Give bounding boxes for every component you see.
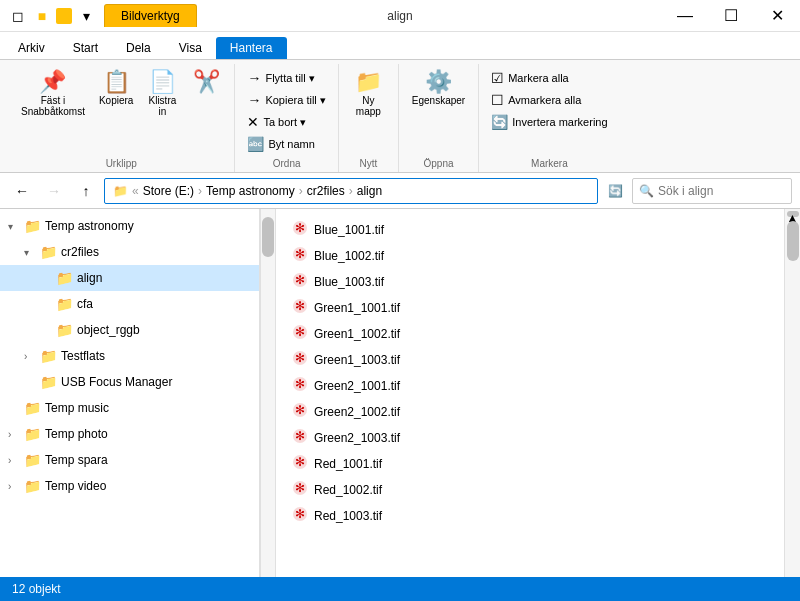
svg-text:✻: ✻ (295, 429, 305, 443)
back-button[interactable]: ← (8, 177, 36, 205)
file-item[interactable]: ✻Green1_1003.tif (284, 347, 776, 373)
file-item[interactable]: ✻Green2_1002.tif (284, 399, 776, 425)
ny-mapp-button[interactable]: 📁 Nymapp (348, 68, 388, 120)
file-item[interactable]: ✻Blue_1003.tif (284, 269, 776, 295)
invertera-button[interactable]: 🔄 Invertera markering (487, 112, 611, 132)
file-scrollbar[interactable]: ▲ ▼ (784, 209, 800, 601)
sidebar-item-temp-music[interactable]: 📁 Temp music (0, 395, 259, 421)
tab-arkiv[interactable]: Arkiv (4, 37, 59, 59)
refresh-button[interactable]: 🔄 (602, 178, 628, 204)
sidebar-item-cfa[interactable]: 📁 cfa (0, 291, 259, 317)
file-name: Red_1002.tif (314, 483, 382, 497)
dropdown-arrow[interactable]: ▾ (76, 6, 96, 26)
egenskaper-label: Egenskaper (412, 95, 465, 106)
scrollbar-thumb[interactable] (262, 217, 274, 257)
sidebar-item-temp-spara[interactable]: › 📁 Temp spara (0, 447, 259, 473)
path-store[interactable]: Store (E:) (143, 184, 194, 198)
addr-arrow-1: › (198, 184, 202, 198)
expander-icon: ▾ (8, 221, 24, 232)
avmarkera-alla-button[interactable]: ☐ Avmarkera alla (487, 90, 611, 110)
klistra-button[interactable]: 📄 Klistrain (142, 68, 182, 120)
address-path[interactable]: 📁 « Store (E:) › Temp astronomy › cr2fil… (104, 178, 598, 204)
tif-icon: ✻ (292, 402, 308, 422)
minimize-button[interactable]: — (662, 0, 708, 32)
scroll-up-arrow[interactable]: ▲ (787, 211, 799, 217)
deselect-all-icon: ☐ (491, 92, 504, 108)
tab-start[interactable]: Start (59, 37, 112, 59)
forward-button[interactable]: → (40, 177, 68, 205)
path-temp-astronomy[interactable]: Temp astronomy (206, 184, 295, 198)
title-bar: ◻ ■ ▾ Bildverktyg align — ☐ ✕ (0, 0, 800, 32)
path-align[interactable]: align (357, 184, 382, 198)
file-name: Green2_1001.tif (314, 379, 400, 393)
egenskaper-button[interactable]: ⚙️ Egenskaper (407, 68, 470, 109)
tab-visa[interactable]: Visa (165, 37, 216, 59)
ordna-buttons: → Flytta till ▾ → Kopiera till ▾ ✕ Ta bo… (243, 64, 329, 154)
byt-namn-button[interactable]: 🔤 Byt namn (243, 134, 329, 154)
svg-text:✻: ✻ (295, 325, 305, 339)
ordna-label: Ordna (273, 158, 301, 172)
item-label: Testflats (61, 349, 105, 363)
file-item[interactable]: ✻Red_1001.tif (284, 451, 776, 477)
file-item[interactable]: ✻Green1_1001.tif (284, 295, 776, 321)
markera-col: ☑ Markera alla ☐ Avmarkera alla 🔄 Invert… (487, 68, 611, 132)
ta-bort-button[interactable]: ✕ Ta bort ▾ (243, 112, 329, 132)
ribbon-group-ordna: → Flytta till ▾ → Kopiera till ▾ ✕ Ta bo… (235, 64, 338, 172)
sidebar-scrollbar[interactable] (260, 209, 276, 601)
bildverktyg-tab[interactable]: Bildverktyg (104, 4, 197, 27)
cut-button[interactable]: ✂️ (186, 68, 226, 96)
ribbon-tabs: Arkiv Start Dela Visa Hantera (0, 32, 800, 60)
addr-separator-1: « (132, 184, 139, 198)
file-item[interactable]: ✻Red_1003.tif (284, 503, 776, 529)
maximize-button[interactable]: ☐ (708, 0, 754, 32)
ta-bort-label: Ta bort ▾ (263, 116, 306, 129)
markera-alla-button[interactable]: ☑ Markera alla (487, 68, 611, 88)
markera-alla-label: Markera alla (508, 72, 569, 84)
fäst-button[interactable]: 📌 Fäst iSnabbåtkomst (16, 68, 90, 120)
close-button[interactable]: ✕ (754, 0, 800, 32)
sidebar-item-temp-astronomy[interactable]: ▾ 📁 Temp astronomy (0, 213, 259, 239)
kopiera-button[interactable]: 📋 Kopiera (94, 68, 138, 109)
file-name: Green1_1002.tif (314, 327, 400, 341)
path-cr2files[interactable]: cr2files (307, 184, 345, 198)
tab-hantera[interactable]: Hantera (216, 37, 287, 59)
ribbon-group-markera: ☑ Markera alla ☐ Avmarkera alla 🔄 Invert… (479, 64, 619, 172)
search-box[interactable]: 🔍 (632, 178, 792, 204)
file-item[interactable]: ✻Green2_1003.tif (284, 425, 776, 451)
file-item[interactable]: ✻Blue_1002.tif (284, 243, 776, 269)
ordna-col: → Flytta till ▾ → Kopiera till ▾ ✕ Ta bo… (243, 68, 329, 154)
sidebar-item-align[interactable]: 📁 align (0, 265, 259, 291)
sidebar-item-usb-focus-manager[interactable]: 📁 USB Focus Manager (0, 369, 259, 395)
scrollbar-thumb[interactable] (787, 221, 799, 261)
invertera-label: Invertera markering (512, 116, 607, 128)
file-name: Green1_1001.tif (314, 301, 400, 315)
path-icon: 📁 (113, 184, 128, 198)
kopiera-label: Kopiera (99, 95, 133, 106)
address-bar: ← → ↑ 📁 « Store (E:) › Temp astronomy › … (0, 173, 800, 209)
tab-dela[interactable]: Dela (112, 37, 165, 59)
file-item[interactable]: ✻Green1_1002.tif (284, 321, 776, 347)
tif-icon: ✻ (292, 246, 308, 266)
sidebar-item-temp-video[interactable]: › 📁 Temp video (0, 473, 259, 499)
folder-icon: 📁 (24, 426, 41, 442)
file-item[interactable]: ✻Green2_1001.tif (284, 373, 776, 399)
file-item[interactable]: ✻Red_1002.tif (284, 477, 776, 503)
sidebar-item-object-rggb[interactable]: 📁 object_rggb (0, 317, 259, 343)
tif-icon: ✻ (292, 298, 308, 318)
tif-icon: ✻ (292, 272, 308, 292)
search-input[interactable] (658, 184, 785, 198)
properties-icon: ⚙️ (425, 71, 452, 93)
expander-icon: ▾ (24, 247, 40, 258)
up-button[interactable]: ↑ (72, 177, 100, 205)
file-item[interactable]: ✻Blue_1001.tif (284, 217, 776, 243)
sidebar-item-testflats[interactable]: › 📁 Testflats (0, 343, 259, 369)
sidebar-item-temp-photo[interactable]: › 📁 Temp photo (0, 421, 259, 447)
svg-text:✻: ✻ (295, 455, 305, 469)
tif-icon: ✻ (292, 480, 308, 500)
kopiera-till-button[interactable]: → Kopiera till ▾ (243, 90, 329, 110)
flytta-button[interactable]: → Flytta till ▾ (243, 68, 329, 88)
title-bar-icons: ◻ ■ ▾ (0, 6, 96, 26)
sidebar-item-cr2files[interactable]: ▾ 📁 cr2files (0, 239, 259, 265)
ribbon-group-oppna: ⚙️ Egenskaper Öppna (399, 64, 479, 172)
rename-icon: 🔤 (247, 136, 264, 152)
